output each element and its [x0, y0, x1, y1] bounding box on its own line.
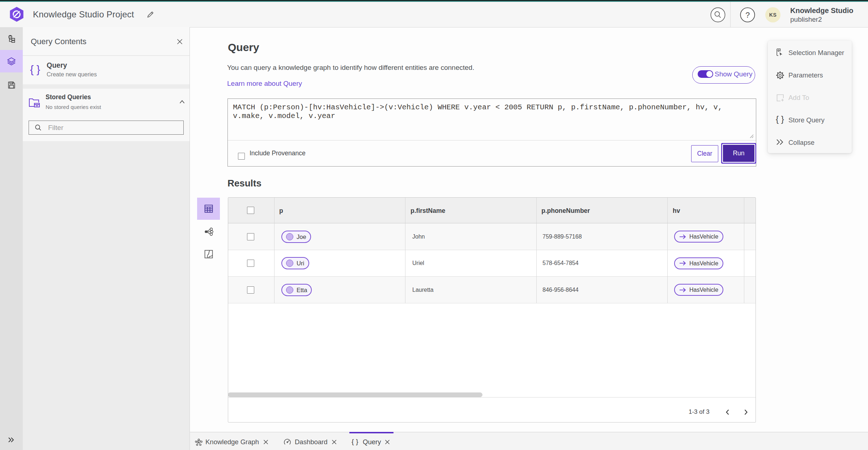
svg-text:?: ? [745, 10, 750, 20]
